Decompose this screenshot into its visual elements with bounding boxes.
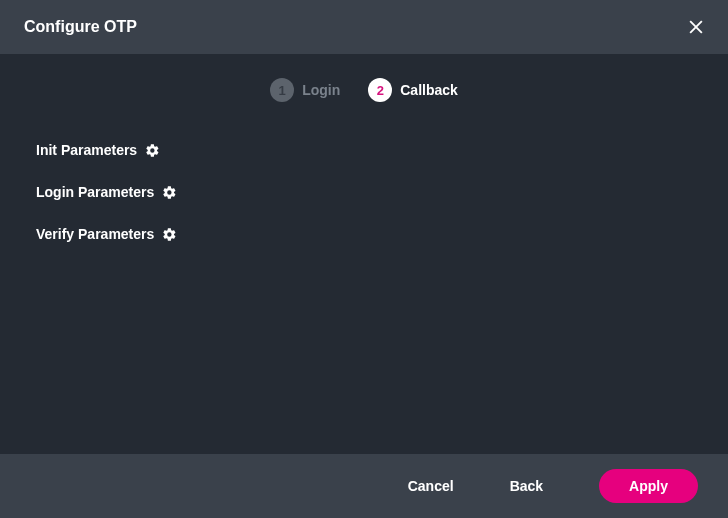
apply-button[interactable]: Apply [599,469,698,503]
gear-icon [145,143,160,158]
param-label: Verify Parameters [36,226,154,242]
param-label: Login Parameters [36,184,154,200]
cancel-button[interactable]: Cancel [408,478,454,494]
back-button[interactable]: Back [510,478,543,494]
modal-content: Init Parameters Login Parameters Verify … [0,122,728,454]
param-label: Init Parameters [36,142,137,158]
modal-title: Configure OTP [24,18,137,36]
configure-otp-modal: Configure OTP 1 Login 2 Callback Init Pa… [0,0,728,518]
close-button[interactable] [682,13,710,41]
close-icon [686,17,706,37]
login-parameters-row[interactable]: Login Parameters [36,184,692,200]
stepper: 1 Login 2 Callback [0,54,728,122]
step-label: Login [302,82,340,98]
modal-footer: Cancel Back Apply [0,454,728,518]
modal-header: Configure OTP [0,0,728,54]
step-number: 2 [368,78,392,102]
gear-icon [162,227,177,242]
step-number: 1 [270,78,294,102]
gear-icon [162,185,177,200]
step-callback[interactable]: 2 Callback [368,78,458,102]
step-label: Callback [400,82,458,98]
step-login[interactable]: 1 Login [270,78,340,102]
verify-parameters-row[interactable]: Verify Parameters [36,226,692,242]
init-parameters-row[interactable]: Init Parameters [36,142,692,158]
